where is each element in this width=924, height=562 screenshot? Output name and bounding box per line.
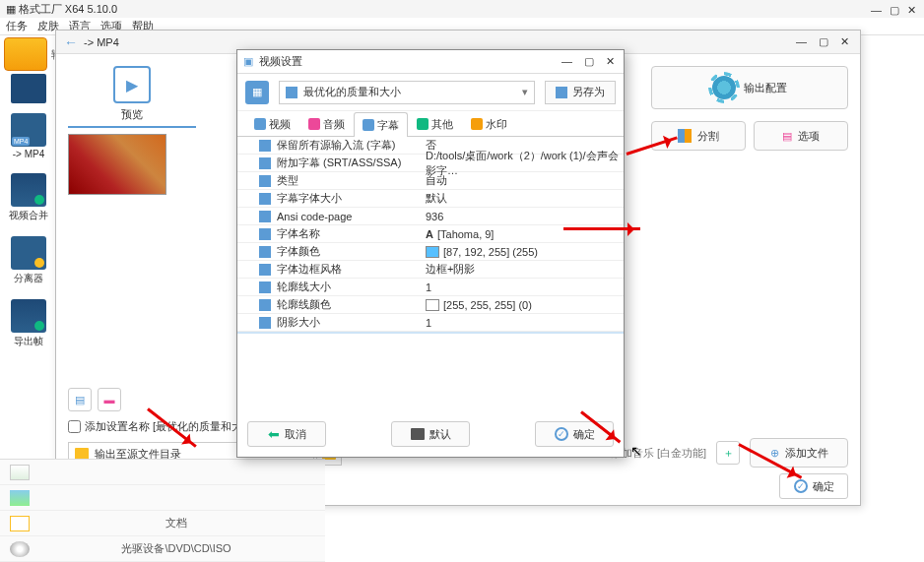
grid-row[interactable]: 字幕字体大小默认: [237, 190, 624, 208]
grid-row[interactable]: 字体边框风格边框+阴影: [237, 261, 624, 279]
cd-thumb-icon: [10, 541, 30, 557]
tab-audio[interactable]: 音频: [299, 111, 354, 136]
checkbox-label: 添加设置名称 [最优化的质量和大小]: [85, 419, 256, 434]
row-key: 保留所有源输入流 (字幕): [277, 138, 395, 153]
back-arrow-icon: ⬅: [268, 426, 280, 442]
color-swatch: [426, 299, 439, 311]
dlg-minimize-icon[interactable]: ―: [559, 55, 575, 68]
btn-label: 选项: [798, 129, 820, 144]
row-icon: [259, 140, 271, 152]
output-folder-icon[interactable]: [4, 37, 47, 71]
save-as-button[interactable]: 另存为: [545, 81, 616, 104]
row-icon: [259, 211, 271, 222]
row-icon: [259, 175, 271, 187]
row-key: Ansi code-page: [277, 211, 352, 222]
row-icon: [259, 317, 271, 329]
dialog-ok-button[interactable]: ✓确定: [535, 421, 614, 447]
docs-label: 文档: [37, 516, 315, 531]
sidebar-item-label: -> MP4: [13, 149, 45, 159]
btn-label: 分割: [697, 129, 719, 144]
video-thumbnail[interactable]: [68, 134, 166, 195]
disk-icon: [286, 87, 297, 98]
maximize-icon[interactable]: ▢: [890, 4, 899, 17]
row-value: [Tahoma, 9]: [437, 228, 494, 240]
grid-row[interactable]: 字体颜色[87, 192, 255] (255): [237, 243, 624, 261]
cancel-button[interactable]: ⬅取消: [247, 421, 326, 447]
profile-combo[interactable]: 最优化的质量和大小: [279, 81, 535, 104]
options-button[interactable]: ▤ 选项: [754, 121, 848, 151]
app-titlebar: ▦ 格式工厂 X64 5.10.0: [0, 0, 924, 18]
add-settings-name-checkbox[interactable]: [68, 420, 81, 433]
split-button[interactable]: 分割: [651, 121, 746, 151]
picture-thumb-icon: [10, 490, 30, 506]
row-key: 字体颜色: [277, 244, 320, 259]
video-category-icon[interactable]: [11, 74, 46, 103]
row-value: [255, 255, 255] (0): [443, 299, 532, 311]
add-file-icon: ⊕: [770, 447, 779, 460]
gear-icon: [712, 76, 736, 99]
add-file-button[interactable]: ⊕ 添加文件: [750, 438, 848, 468]
grid-row[interactable]: 类型自动: [237, 172, 624, 190]
sidebar-export[interactable]: 导出帧: [4, 295, 53, 352]
panel-row[interactable]: 文档: [0, 511, 325, 536]
music-thumb-icon: [10, 465, 30, 480]
sidebar: -> MP4 视频合并 分离器 导出帧: [4, 74, 53, 352]
sub-close-icon[interactable]: ✕: [837, 35, 852, 48]
font-sample-icon: A: [426, 228, 433, 240]
doc-thumb-icon: [10, 516, 30, 531]
row-icon: [259, 246, 271, 258]
grid-row[interactable]: 轮廓线颜色[255, 255, 255] (0): [237, 296, 624, 314]
tab-subtitle[interactable]: 字幕: [354, 112, 408, 137]
dialog-title: 视频设置: [259, 54, 302, 69]
mouse-cursor: ↖: [630, 443, 642, 459]
tab-other[interactable]: 其他: [408, 111, 462, 136]
audio-icon: [308, 118, 320, 130]
dlg-maximize-icon[interactable]: ▢: [581, 55, 597, 68]
row-icon: [259, 228, 271, 240]
panel-row[interactable]: [0, 485, 325, 511]
add-music-plus-button[interactable]: ＋: [716, 441, 740, 465]
sidebar-split[interactable]: 分离器: [4, 232, 53, 289]
panel-row[interactable]: [0, 460, 325, 485]
delete-icon[interactable]: ▬: [98, 388, 121, 411]
sidebar-merge[interactable]: 视频合并: [4, 169, 53, 226]
btn-label: 添加文件: [785, 446, 828, 461]
sub-maximize-icon[interactable]: ▢: [816, 35, 831, 48]
row-value: 边框+阴影: [426, 262, 475, 277]
row-key: 字幕字体大小: [277, 191, 342, 206]
disk-icon: [556, 87, 567, 98]
dlg-close-icon[interactable]: ✕: [603, 55, 618, 68]
output-config-button[interactable]: 输出配置: [651, 66, 848, 109]
row-icon: [259, 264, 271, 276]
close-icon[interactable]: ✕: [907, 4, 916, 17]
back-arrow-icon[interactable]: ←: [64, 34, 78, 50]
btn-label: 确定: [813, 479, 834, 494]
tab-video[interactable]: 视频: [245, 111, 299, 136]
row-value: 自动: [426, 173, 447, 188]
tab-watermark[interactable]: 水印: [462, 111, 516, 136]
menu-task[interactable]: 任务: [6, 19, 28, 33]
other-icon: [417, 118, 429, 130]
grid-row[interactable]: 附加字幕 (SRT/ASS/SSA)D:/tools/桌面/work（2）/wo…: [237, 155, 624, 172]
grid-row[interactable]: Font SchemeScheme1: [237, 332, 624, 334]
sub-minimize-icon[interactable]: ―: [793, 35, 810, 48]
grid-row[interactable]: 阴影大小1: [237, 314, 624, 332]
merge-icon: [11, 173, 46, 207]
sidebar-item-label: 分离器: [14, 272, 43, 285]
grid-row[interactable]: 轮廓线大小1: [237, 279, 624, 296]
cd-label: 光驱设备\DVD\CD\ISO: [37, 541, 315, 556]
grid-row[interactable]: 字体名称A[Tahoma, 9]: [237, 225, 624, 243]
app-title: 格式工厂 X64 5.10.0: [19, 2, 117, 17]
ok-button[interactable]: ✓ 确定: [779, 473, 848, 499]
bottom-panel: 文档 光驱设备\DVD\CD\ISO: [0, 459, 325, 562]
panel-row[interactable]: 光驱设备\DVD\CD\ISO: [0, 536, 325, 562]
color-swatch: [426, 246, 439, 258]
sidebar-mp4[interactable]: -> MP4: [4, 109, 53, 163]
minimize-icon[interactable]: ―: [871, 4, 882, 17]
subtitle-icon: [363, 119, 374, 131]
list-icon[interactable]: ▤: [68, 388, 92, 411]
add-music-label[interactable]: 添加音乐 [白金功能]: [611, 446, 706, 461]
default-button[interactable]: 默认: [391, 421, 470, 447]
grid-row[interactable]: Ansi code-page936: [237, 208, 624, 225]
preview-play-icon[interactable]: ▶: [113, 66, 151, 103]
